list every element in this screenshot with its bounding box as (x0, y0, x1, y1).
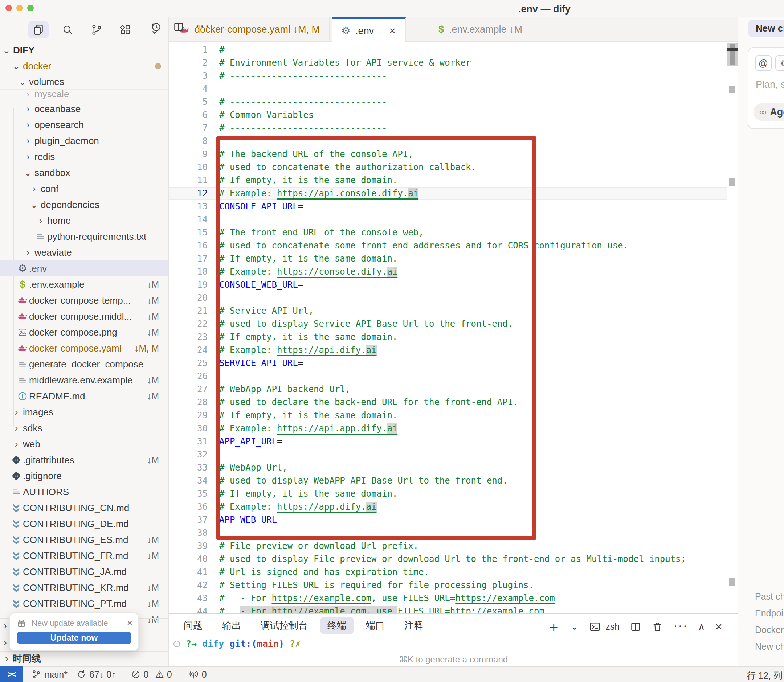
tree-file-docker-compose-temp...[interactable]: docker-compose-temp...↓M (0, 292, 169, 308)
terminal-profile-chevron-icon[interactable]: ⌄ (570, 621, 578, 632)
code-line-8[interactable]: 8 (169, 135, 738, 148)
tree-folder-redis[interactable]: ›redis (0, 149, 169, 165)
tree-folder-images[interactable]: ›images (0, 404, 169, 420)
tree-folder-web[interactable]: ›web (0, 436, 169, 452)
tree-file-generate_docker_compose[interactable]: generate_docker_compose (0, 356, 169, 372)
code-line-43[interactable]: 43# - For https://example.com, use FILES… (169, 592, 738, 605)
tree-file-CONTRIBUTING_PT.md[interactable]: CONTRIBUTING_PT.md↓M (0, 596, 169, 612)
files-icon[interactable] (28, 21, 49, 38)
tree-folder-home[interactable]: ›home (0, 213, 169, 229)
code-line-25[interactable]: 25SERVICE_API_URL= (169, 357, 738, 370)
problems-item[interactable]: 0 ⚠ 0 (131, 669, 172, 680)
more-icon[interactable]: ··· (673, 623, 688, 631)
ports-item[interactable]: 0 (189, 669, 207, 680)
tree-file-CONTRIBUTING_JA.md[interactable]: CONTRIBUTING_JA.md (0, 564, 169, 580)
panel-tab-端口[interactable]: 端口 (359, 617, 392, 634)
chat-history-item[interactable]: Docker N (755, 625, 784, 635)
close-icon[interactable]: × (389, 25, 396, 37)
tree-folder-dependencies[interactable]: ⌄dependencies (0, 197, 169, 213)
tree-folder-opensearch[interactable]: ›opensearch (0, 117, 169, 133)
agent-mode-selector[interactable]: ∞ Ager (754, 103, 784, 121)
tab-.env.example[interactable]: $.env.example ↓M (429, 18, 532, 42)
tree-file-AUTHORS[interactable]: AUTHORS (0, 484, 169, 500)
tree-file-.gitignore[interactable]: .gitignore (0, 468, 169, 484)
code-line-10[interactable]: 10# used to concatenate the authorizatio… (169, 161, 738, 174)
code-editor[interactable]: 1# ------------------------------2# Envi… (169, 42, 738, 613)
code-line-21[interactable]: 21# Service API Url, (169, 304, 738, 317)
minimize-window-button[interactable] (16, 5, 23, 11)
gear-icon[interactable]: ⚙ (775, 55, 784, 71)
code-line-2[interactable]: 2# Environment Variables for API service… (169, 56, 738, 69)
chat-input-card[interactable]: @ ⚙ Plan, se ∞ Ager (748, 47, 784, 129)
zoom-window-button[interactable] (27, 5, 34, 11)
tree-file-.gitattributes[interactable]: .gitattributes↓M (0, 452, 169, 468)
collapsed-section-chevron-icon[interactable]: › (4, 620, 7, 632)
code-line-29[interactable]: 29# If empty, it is the same domain. (169, 409, 738, 422)
tree-file-CONTRIBUTING_DE.md[interactable]: CONTRIBUTING_DE.md (0, 516, 169, 532)
code-line-35[interactable]: 35# If empty, it is the same domain. (169, 487, 738, 500)
tree-folder-volumes[interactable]: ⌄volumes (0, 74, 169, 90)
search-icon[interactable] (57, 21, 78, 38)
tree-file-python-requirements.txt[interactable]: python-requirements.txt (0, 229, 169, 244)
tree-folder-docker[interactable]: ⌄docker (0, 58, 169, 74)
chat-history-item[interactable]: New cha (755, 641, 784, 652)
tab-.env[interactable]: ⚙.env× (332, 18, 406, 43)
terminal-icon[interactable] (589, 621, 601, 633)
code-line-15[interactable]: 15# The front-end URL of the console web… (169, 226, 738, 239)
code-line-33[interactable]: 33# WebApp Url, (169, 461, 738, 474)
tree-folder-sandbox[interactable]: ⌄sandbox (0, 165, 169, 181)
chat-history-item[interactable]: Past chat (755, 591, 784, 602)
close-icon[interactable]: × (127, 617, 133, 629)
panel-tab-问题[interactable]: 问题 (176, 617, 210, 634)
code-line-42[interactable]: 42# Setting FILES_URL is required for fi… (169, 578, 738, 592)
tree-folder-oceanbase[interactable]: ›oceanbase (0, 101, 169, 117)
split-terminal-icon[interactable] (630, 621, 641, 633)
code-line-6[interactable]: 6# Common Variables (169, 108, 738, 121)
code-line-28[interactable]: 28# used to declare the back-end URL for… (169, 396, 738, 409)
code-line-34[interactable]: 34# used to display WebAPP API Base Url … (169, 474, 738, 487)
split-editor-icon[interactable] (173, 21, 184, 33)
update-now-button[interactable]: Update now (17, 632, 131, 644)
code-line-30[interactable]: 30# Example: https://api.app.dify.ai (169, 422, 738, 435)
code-line-22[interactable]: 22# used to display Service API Base Url… (169, 317, 738, 330)
mention-button[interactable]: @ (755, 55, 772, 71)
code-line-36[interactable]: 36# Example: https://app.dify.ai (169, 500, 738, 513)
new-terminal-icon[interactable]: ＋ (547, 617, 560, 636)
code-line-9[interactable]: 9# The backend URL of the console API, (169, 148, 738, 161)
code-line-24[interactable]: 24# Example: https://api.dify.ai (169, 344, 738, 357)
chat-history-item[interactable]: Endpoin (755, 608, 784, 618)
cursor-position[interactable]: 行 12, 列 (747, 670, 782, 682)
close-window-button[interactable] (5, 5, 12, 11)
code-line-3[interactable]: 3# ------------------------------ (169, 69, 738, 82)
panel-tab-调试控制台[interactable]: 调试控制台 (253, 617, 315, 634)
tree-file-CONTRIBUTING_FR.md[interactable]: CONTRIBUTING_FR.md↓M (0, 548, 169, 564)
panel-tab-终端[interactable]: 终端 (320, 617, 353, 634)
code-line-41[interactable]: 41# Url is signed and has expiration tim… (169, 566, 738, 578)
close-panel-icon[interactable]: × (715, 620, 722, 634)
code-line-39[interactable]: 39# File preview or download Url prefix. (169, 539, 738, 553)
remote-indicator[interactable]: >< (0, 666, 22, 682)
collapsed-section-chevron-icon[interactable]: › (4, 637, 7, 648)
tree-folder-myscale[interactable]: ›myscale (0, 90, 169, 101)
code-line-20[interactable]: 20 (169, 291, 738, 304)
code-line-5[interactable]: 5# ------------------------------ (169, 96, 738, 108)
code-line-7[interactable]: 7# ------------------------------ (169, 121, 738, 135)
code-line-13[interactable]: 13CONSOLE_API_URL= (169, 200, 738, 213)
code-line-18[interactable]: 18# Example: https://console.dify.ai (169, 265, 738, 278)
new-chat-button[interactable]: New ch (749, 19, 784, 37)
sync-item[interactable]: 67↓ 0↑ (76, 669, 116, 680)
tree-file-README.md[interactable]: README.md↓M (0, 388, 169, 404)
code-line-26[interactable]: 26 (169, 370, 738, 383)
code-line-32[interactable]: 32 (169, 448, 738, 461)
code-line-12[interactable]: 12# Example: https://api.console.dify.ai (169, 187, 738, 200)
code-line-40[interactable]: 40# used to display File preview or down… (169, 553, 738, 566)
source-control-icon[interactable] (86, 21, 107, 38)
code-line-16[interactable]: 16# used to concatenate some front-end a… (169, 239, 738, 252)
tree-folder-sdks[interactable]: ›sdks (0, 420, 169, 436)
panel-tab-注释[interactable]: 注释 (397, 617, 431, 634)
code-line-14[interactable]: 14 (169, 213, 738, 226)
tree-file-middleware.env.example[interactable]: middleware.env.example↓M (0, 372, 169, 388)
history-icon[interactable] (150, 21, 162, 33)
panel-tab-输出[interactable]: 输出 (215, 617, 248, 634)
kill-terminal-icon[interactable] (651, 621, 663, 633)
